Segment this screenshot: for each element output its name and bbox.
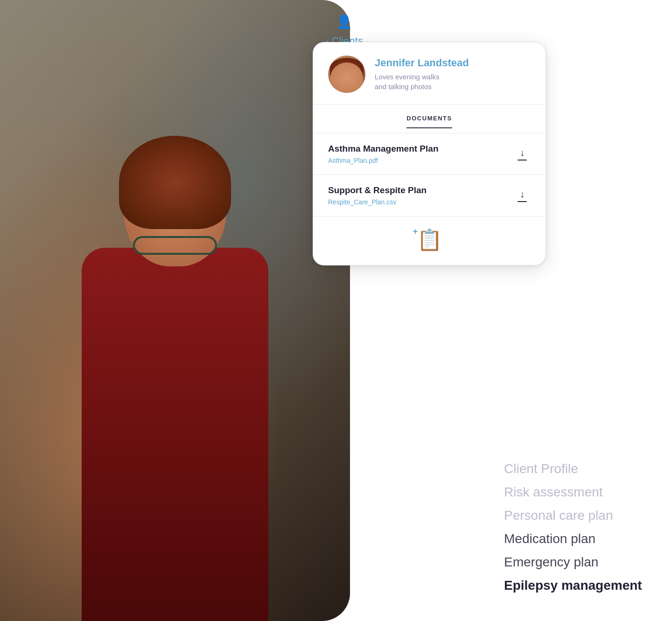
client-name: Jennifer Landstead [375,57,531,69]
sidebar-menu: Client Profile Risk assessment Personal … [476,443,672,621]
person-silhouette [35,108,315,621]
document-item-1: Asthma Management Plan Asthma_Plan.pdf ↓ [313,133,546,175]
add-document-area[interactable]: + 📋 [313,216,546,265]
client-header: Jennifer Landstead Loves evening walksan… [313,42,546,105]
document-title-1: Asthma Management Plan [328,144,514,154]
client-bio: Loves evening walksand talking photos [375,72,531,91]
download-button-1[interactable]: ↓ [514,144,531,164]
avatar-face [330,63,363,93]
download-arrow-icon-2: ↓ [520,189,525,200]
user-icon: 👤 [336,14,352,29]
sidebar-item-emergency-plan[interactable]: Emergency plan [504,555,644,570]
plus-icon: + [413,227,418,237]
document-title-2: Support & Respite Plan [328,185,514,195]
background-photo [0,0,350,621]
person-hair [119,136,231,229]
document-filename-2: Respite_Care_Plan.csv [328,198,514,206]
avatar [328,56,365,93]
sidebar-item-medication-plan[interactable]: Medication plan [504,531,644,546]
download-line-1 [518,160,527,160]
download-button-2[interactable]: ↓ [514,185,531,206]
add-document-button[interactable]: + 📋 [417,228,442,252]
download-line-2 [518,201,527,202]
sidebar-item-epilepsy-management[interactable]: Epilepsy management [504,578,644,593]
document-item-2: Support & Respite Plan Respite_Care_Plan… [313,175,546,216]
sidebar-item-personal-care-plan[interactable]: Personal care plan [504,508,644,523]
document-info-2: Support & Respite Plan Respite_Care_Plan… [328,185,514,206]
tab-documents-label: DOCUMENTS [406,115,452,128]
client-info: Jennifer Landstead Loves evening walksan… [375,57,531,91]
sidebar-item-client-profile[interactable]: Client Profile [504,461,644,476]
sidebar-item-risk-assessment[interactable]: Risk assessment [504,485,644,500]
document-info-1: Asthma Management Plan Asthma_Plan.pdf [328,144,514,164]
document-filename-1: Asthma_Plan.pdf [328,157,514,164]
download-arrow-icon-1: ↓ [520,147,525,158]
client-card: Jennifer Landstead Loves evening walksan… [313,42,546,265]
person-body [82,248,268,621]
clipboard-icon: + 📋 [417,228,442,252]
person-glasses [133,236,217,255]
documents-tab[interactable]: DOCUMENTS [313,105,546,133]
